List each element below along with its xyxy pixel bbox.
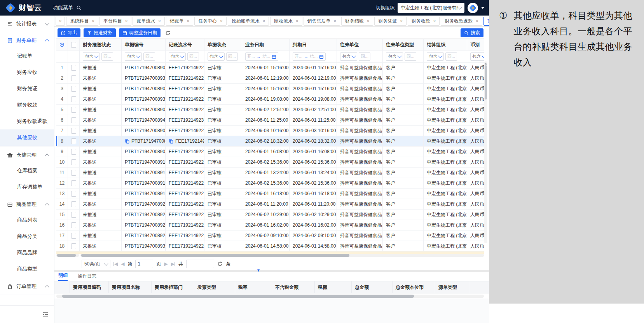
filter-input[interactable]: 回... [226, 52, 238, 61]
date-range-filter[interactable]: 开...→ 结... [293, 52, 326, 61]
filter-input[interactable]: 回... [187, 52, 199, 61]
calendar-icon[interactable] [272, 54, 276, 59]
close-icon[interactable]: × [296, 19, 298, 23]
table-row[interactable]: 12未推送PTBT1719470089162120FEE171921492273… [56, 178, 484, 189]
close-icon[interactable]: × [92, 19, 94, 23]
filter-operator-select[interactable]: 包含 [169, 52, 186, 61]
table-row[interactable]: 6未推送PTBT1719470089418751FEE1719214923008… [56, 115, 484, 126]
tab-系统科目[interactable]: 系统科目× [66, 17, 98, 26]
row-select[interactable] [68, 199, 80, 209]
row-select[interactable] [68, 84, 80, 94]
table-row[interactable]: 1未推送PTBT1719470089013412FEE1719214922478… [56, 63, 484, 73]
filter-operator-select[interactable]: 包含 [386, 52, 403, 61]
detail-horizontal-scrollbar[interactable] [56, 295, 484, 298]
table-row[interactable]: 9未推送PTBT1719470089093819FEE1719214922611… [56, 147, 484, 157]
row-checkbox[interactable] [71, 75, 76, 81]
org-select[interactable]: 中宏生物工程 (北京)股份有限公... [398, 3, 464, 13]
table-row[interactable]: 10未推送PTBT1719470089117163FEE171921492264… [56, 157, 484, 168]
next-page-button[interactable]: ▶ [164, 261, 168, 267]
row-checkbox[interactable] [71, 243, 76, 249]
table-row[interactable]: 5未推送PTBT1719470089050877FEE1719214922544… [56, 105, 484, 115]
table-row[interactable]: 3未推送PTBT1719470089031888FEE1719214922509… [56, 84, 484, 94]
close-icon[interactable]: × [334, 19, 336, 23]
row-checkbox[interactable] [71, 191, 76, 197]
close-icon[interactable]: × [400, 19, 402, 23]
table-row[interactable]: 18未推送PTBT1719470089304362FEE171921492295… [56, 241, 484, 251]
filter-operator-select[interactable]: 包含 [340, 52, 357, 61]
copy-icon[interactable] [125, 139, 130, 144]
account-logo-button[interactable] [468, 3, 478, 13]
row-select[interactable] [68, 115, 80, 125]
tab-记账单[interactable]: 记账单× [166, 17, 193, 26]
tab-原始账单流水[interactable]: 原始账单流水× [228, 17, 269, 26]
tab-财务凭证[interactable]: 财务凭证× [374, 17, 406, 26]
row-select[interactable] [68, 94, 80, 104]
refresh-icon[interactable] [165, 30, 171, 36]
close-icon[interactable]: × [476, 19, 478, 23]
sidebar-item[interactable]: 仓库档案 [0, 162, 54, 179]
row-checkbox[interactable] [71, 222, 76, 228]
export-button[interactable]: 导出 [58, 28, 80, 37]
page-input[interactable] [135, 260, 153, 268]
function-menu[interactable]: 功能菜单 [53, 4, 73, 11]
sidebar-item[interactable]: 库存调整单 [0, 179, 54, 195]
row-select[interactable] [68, 230, 80, 241]
last-page-button[interactable]: ▶ [171, 261, 175, 267]
row-checkbox[interactable] [71, 159, 76, 165]
filter-input[interactable]: 回... [101, 52, 113, 61]
row-checkbox[interactable] [71, 107, 76, 113]
filter-input[interactable]: 回... [445, 52, 457, 61]
row-select[interactable] [68, 105, 80, 115]
tab-clipped[interactable]: × [56, 17, 65, 26]
row-checkbox[interactable] [71, 65, 76, 71]
row-checkbox[interactable] [71, 170, 76, 176]
row-select[interactable] [68, 189, 80, 199]
search-icon[interactable] [76, 5, 82, 10]
first-page-button[interactable]: ◀ [113, 261, 118, 267]
refresh-icon[interactable] [217, 261, 223, 267]
filter-operator-select[interactable]: 包含 [125, 52, 142, 61]
tab-应收流水[interactable]: 应收流水× [270, 17, 302, 26]
table-row[interactable]: 13未推送PTBT1719470089182819FEE171921492277… [56, 189, 484, 199]
sidebar-item[interactable]: 财务凭证 [0, 80, 54, 97]
sidebar-item[interactable]: 财务应收 [0, 64, 54, 80]
total-count-input[interactable] [186, 260, 214, 268]
row-select[interactable] [68, 168, 80, 178]
copy-icon[interactable] [169, 139, 174, 144]
sidebar-group-bank[interactable]: 仓储管理 [0, 148, 54, 162]
row-select[interactable] [68, 73, 80, 83]
filter-input[interactable]: 回... [405, 52, 416, 61]
filter-input[interactable]: 回... [359, 52, 370, 61]
sidebar-item[interactable]: 财务收款退款 [0, 113, 54, 129]
filter-input[interactable]: 回... [143, 52, 155, 61]
sidebar-item[interactable]: 其他应收 [0, 129, 54, 146]
close-icon[interactable]: × [187, 19, 189, 23]
sidebar-item[interactable]: 商品类型 [0, 261, 54, 277]
filter-operator-select[interactable]: 包含 [83, 52, 100, 61]
row-checkbox[interactable] [71, 96, 76, 102]
table-row[interactable]: 17未推送PTBT1719470089281482FEE171921492293… [56, 230, 484, 241]
table-row[interactable]: 16未推送PTBT1719470089261552FEE171921492290… [56, 220, 484, 230]
tab-账单流水[interactable]: 账单流水× [133, 17, 164, 26]
tab-财务结账[interactable]: 财务结账× [341, 17, 373, 26]
close-icon[interactable]: × [433, 19, 436, 23]
filter-operator-select[interactable]: 包含 [208, 52, 225, 61]
date-range-filter[interactable]: 开...→ 结... [245, 52, 278, 61]
filter-operator-select[interactable]: 包含 [470, 52, 484, 61]
close-icon[interactable]: × [220, 19, 222, 23]
close-icon[interactable]: × [59, 19, 61, 23]
row-select[interactable] [68, 126, 80, 136]
tab-任务中心[interactable]: 任务中心× [194, 17, 226, 26]
page-size-select[interactable]: 50条/页 [82, 260, 110, 268]
table-row[interactable]: 15未推送PTBT1719470089240498FEE171921492287… [56, 210, 484, 220]
select-all-checkbox[interactable] [71, 42, 76, 48]
close-icon[interactable]: × [125, 19, 127, 23]
tab-财务收款退款[interactable]: 财务收款退款× [441, 17, 482, 26]
row-select[interactable] [68, 241, 80, 251]
close-icon[interactable]: × [263, 19, 265, 23]
sidebar-item[interactable]: 商品列表 [0, 212, 54, 228]
tab-销售售后单[interactable]: 销售售后单× [304, 17, 340, 26]
close-icon[interactable]: × [367, 19, 369, 23]
row-checkbox[interactable] [71, 180, 76, 186]
tab-平台科目[interactable]: 平台科目× [99, 17, 131, 26]
